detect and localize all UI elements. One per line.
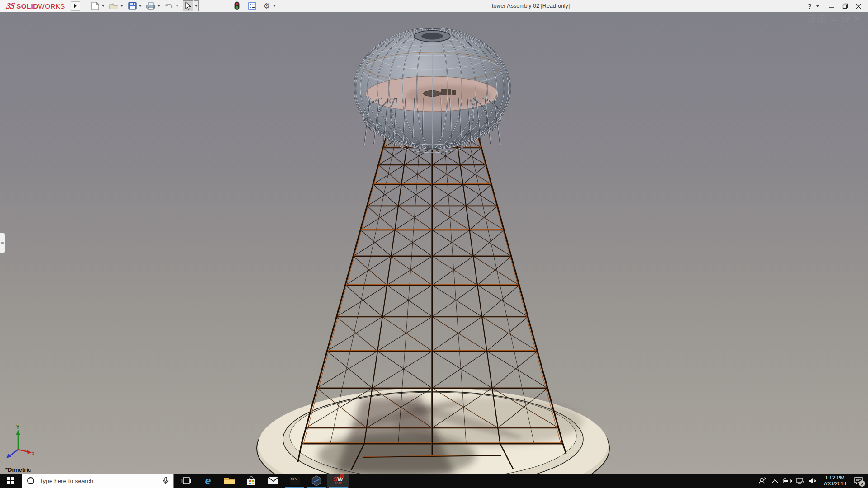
clock-time: 1:12 PM [825,475,844,481]
action-center-button[interactable]: 3 [852,474,865,488]
taskbar-app-solidworks[interactable]: SW 2017 [327,474,349,488]
doc-minimize-button[interactable] [830,15,838,23]
task-view-button[interactable] [175,474,197,488]
network-icon[interactable] [795,474,805,488]
taskbar-app-file-explorer[interactable] [219,474,241,488]
task-view-icon [181,477,192,485]
taskbar-app-command-prompt[interactable]: C:\ [284,474,306,488]
print-dropdown[interactable] [156,0,161,11]
edge-icon: e [205,476,211,486]
menu-expand-button[interactable] [71,1,80,11]
battery-icon[interactable] [783,474,793,488]
show-right-pane-button[interactable] [818,15,826,23]
start-button[interactable] [0,474,22,488]
graphics-viewport[interactable]: Y X *Dimetric [0,12,868,474]
sw-cube-icon [340,474,344,478]
windows-taskbar: e C: [0,474,868,488]
taskbar-app-store[interactable] [241,474,262,488]
microphone-icon[interactable] [163,477,169,485]
select-tool-button[interactable] [183,0,193,11]
taskbar-app-mail[interactable] [262,474,284,488]
restore-button[interactable] [840,1,850,11]
taskbar-apps: e C: [175,474,349,488]
title-bar: ЗS SOLIDWORKS [0,0,868,12]
view-orientation-label: *Dimetric [5,466,31,473]
new-document-button[interactable] [90,0,101,11]
save-button[interactable] [127,0,138,11]
taskbar-search[interactable] [22,474,174,488]
command-prompt-icon: C:\ [290,477,300,485]
window-title: tower Assembly 02 [Read-only] [492,0,570,12]
taskbar-clock[interactable]: 1:12 PM 7/23/2018 [821,475,849,487]
taskbar-app-edge[interactable]: e [197,474,219,488]
file-explorer-icon [224,476,236,485]
people-icon[interactable] [757,474,767,488]
options-dropdown[interactable] [272,0,277,11]
minimize-icon [829,4,834,9]
rebuild-stoplight-button[interactable] [231,0,242,11]
list-properties-icon [248,2,256,10]
solidworks-2017-icon: SW 2017 [332,475,344,487]
windows-logo-icon [7,477,14,484]
triad-x-label: X [32,451,34,456]
orientation-triad: Y X [3,424,34,461]
close-button[interactable] [854,1,863,11]
open-dropdown[interactable] [119,0,124,11]
open-button[interactable] [108,0,119,11]
document-window-controls [806,15,862,23]
solidworks-logo: ЗS SOLIDWORKS [0,0,70,12]
tesla-tower-model[interactable] [0,12,868,474]
new-document-icon [91,2,99,10]
cortana-icon [27,477,34,484]
quick-access-toolbar: ⚙ [90,0,280,12]
help-button[interactable]: ? [807,3,811,10]
undo-button[interactable] [164,0,175,11]
cmd-prompt-text: C:\ [291,477,297,481]
doc-restore-button[interactable] [841,15,850,23]
save-floppy-icon [128,2,137,10]
help-dropdown[interactable] [815,1,820,12]
select-tool-dropdown[interactable] [194,0,199,11]
print-button[interactable] [146,0,156,11]
save-dropdown[interactable] [138,0,143,11]
open-folder-icon [109,2,118,9]
panel-tab-grip-icon [1,242,4,244]
gear-icon: ⚙ [263,2,270,10]
printer-icon [146,2,155,10]
system-tray: 1:12 PM 7/23/2018 3 [757,474,868,488]
store-icon [246,476,256,486]
restore-icon [842,3,848,9]
stoplight-icon [234,1,240,10]
triad-y-label: Y [16,425,19,430]
taskbar-app-3d-viewer[interactable] [306,474,327,488]
logo-text-bold: SOLID [16,2,38,10]
hexagon-app-icon [311,475,322,486]
volume-muted-icon[interactable] [808,474,818,488]
search-input[interactable] [38,477,158,485]
clock-date: 7/23/2018 [823,481,846,487]
expand-arrow-icon [74,4,77,8]
ds-logo-mark: ЗS [5,1,15,11]
doc-close-button[interactable] [853,15,862,23]
component-settings-button[interactable] [247,0,258,11]
logo-text-light: WORKS [38,2,65,10]
undo-arrow-icon [165,3,174,9]
undo-dropdown[interactable] [175,0,180,11]
hidden-icons-chevron[interactable] [770,474,780,488]
new-document-dropdown[interactable] [101,0,106,11]
window-controls: ? [807,0,863,12]
notification-badge: 3 [859,480,865,487]
feature-panel-tab[interactable] [0,233,5,253]
close-icon [856,4,861,9]
minimize-button[interactable] [826,1,836,11]
cursor-arrow-icon [185,2,191,10]
mail-icon [268,477,279,485]
options-button[interactable]: ⚙ [261,0,272,11]
show-left-pane-button[interactable] [806,15,815,23]
